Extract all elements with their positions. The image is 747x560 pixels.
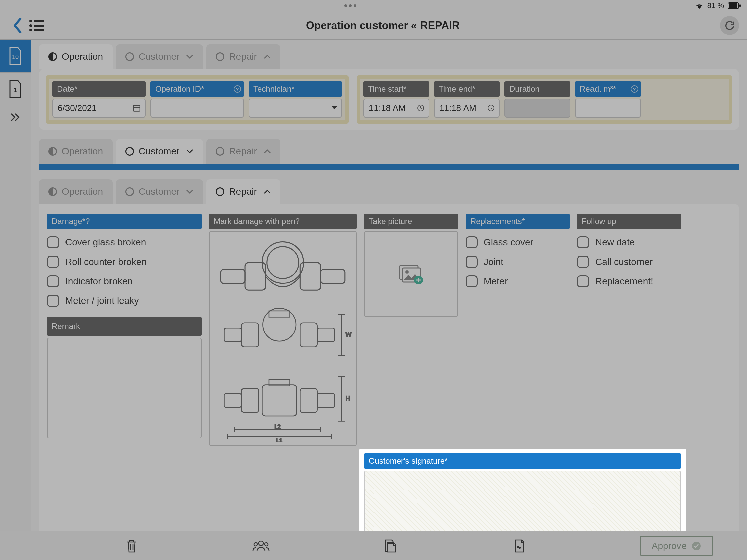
svg-point-42	[265, 542, 268, 546]
svg-rect-20	[224, 328, 241, 342]
tabs-customer-row: Operation Customer Repair	[39, 139, 739, 164]
tabs-operation-row: Operation Customer Repair	[39, 44, 739, 69]
wifi-icon	[695, 2, 704, 9]
tab-repair-collapsed[interactable]: Repair	[206, 44, 280, 69]
label-damage: Damage*?	[47, 214, 202, 229]
svg-point-5	[29, 24, 32, 27]
menu-button[interactable]	[27, 16, 46, 35]
tabs-repair-row: Operation Customer Repair	[39, 179, 739, 204]
svg-rect-25	[269, 311, 290, 317]
damage-option-0[interactable]: Cover glass broken	[47, 236, 202, 248]
tab-repair-2[interactable]: Repair	[206, 139, 280, 164]
repair-panel: Damage*? Cover glass broken Roll counter…	[39, 204, 739, 531]
tab-operation-3[interactable]: Operation	[39, 179, 112, 204]
svg-point-41	[254, 542, 257, 546]
svg-rect-28	[317, 394, 335, 407]
copy-button[interactable]	[326, 538, 455, 553]
trash-icon	[125, 538, 138, 553]
take-picture-button[interactable]	[364, 231, 458, 317]
svg-rect-1	[728, 3, 737, 8]
label-picture: Take picture	[364, 214, 458, 229]
sidebar-item-page1[interactable]: 1	[0, 73, 31, 105]
delete-button[interactable]	[67, 538, 197, 553]
followup-1[interactable]: Call customer	[577, 256, 681, 268]
label-date: Date*	[52, 81, 146, 97]
svg-point-24	[263, 308, 296, 342]
label-tstart: Time start*	[363, 81, 429, 97]
input-date[interactable]: 6/30/2021	[52, 99, 146, 117]
customer-placeholder	[39, 164, 739, 170]
svg-point-38	[405, 270, 409, 274]
input-tend[interactable]: 11:18 AM	[434, 99, 500, 117]
signature-canvas[interactable]	[364, 471, 681, 531]
signature-section: Customer's signature*	[359, 449, 686, 531]
check-circle-icon	[691, 541, 701, 551]
svg-rect-11	[133, 105, 140, 111]
tab-operation-2[interactable]: Operation	[39, 139, 112, 164]
svg-rect-23	[300, 323, 317, 347]
tab-operation[interactable]: Operation	[39, 44, 112, 69]
back-button[interactable]	[8, 16, 27, 35]
tab-customer-3[interactable]: Customer	[116, 179, 203, 204]
svg-text:1: 1	[14, 87, 17, 93]
followup-2[interactable]: Replacement!	[577, 275, 681, 287]
replacement-0[interactable]: Glass cover	[466, 236, 570, 248]
damage-option-2[interactable]: Indicator broken	[47, 275, 202, 287]
svg-rect-14	[221, 270, 245, 283]
share-button[interactable]	[197, 540, 326, 552]
svg-point-19	[267, 247, 299, 278]
input-duration	[505, 99, 570, 117]
svg-rect-4	[33, 20, 44, 22]
damage-option-3[interactable]: Meter / joint leaky	[47, 295, 202, 307]
replacement-2[interactable]: Meter	[466, 275, 570, 287]
input-remark[interactable]	[47, 338, 202, 438]
damage-option-1[interactable]: Roll counter broken	[47, 256, 202, 268]
svg-rect-27	[224, 394, 241, 407]
input-tstart[interactable]: 11:18 AM	[363, 99, 429, 117]
svg-rect-22	[241, 323, 259, 347]
footer-toolbar: Approve	[0, 531, 747, 560]
label-markpen: Mark damage with pen?	[209, 214, 357, 229]
tab-repair-3[interactable]: Repair	[206, 179, 280, 204]
pdf-button[interactable]	[455, 538, 584, 553]
status-bar: 81 %	[0, 0, 747, 11]
input-read[interactable]	[575, 99, 641, 117]
svg-rect-31	[262, 385, 297, 416]
label-read: Read. m³*?	[575, 81, 641, 97]
label-tech: Technician*	[249, 81, 342, 97]
page-title: Operation customer « REPAIR	[46, 19, 720, 31]
svg-rect-15	[321, 270, 345, 283]
followup-0[interactable]: New date	[577, 236, 681, 248]
svg-point-3	[29, 20, 32, 23]
meter-diagram-icon: W H L2 L1	[213, 235, 353, 442]
operation-card: Date* 6/30/2021 Operation ID*? Technicia…	[39, 69, 739, 130]
sidebar-item-page10[interactable]: 10	[0, 39, 31, 73]
battery-icon	[727, 2, 741, 9]
draw-canvas[interactable]: W H L2 L1	[209, 231, 357, 446]
image-plus-icon	[398, 263, 424, 285]
svg-text:L1: L1	[277, 437, 282, 442]
sidebar-expand[interactable]	[0, 105, 31, 129]
label-followup: Follow up	[577, 214, 681, 229]
label-remark: Remark	[47, 317, 202, 336]
refresh-button[interactable]	[720, 16, 739, 35]
input-tech[interactable]	[249, 99, 342, 117]
approve-button[interactable]: Approve	[640, 536, 714, 556]
copy-icon	[384, 538, 397, 553]
svg-text:10: 10	[12, 54, 19, 60]
svg-text:L2: L2	[275, 424, 280, 430]
label-tend: Time end*	[434, 81, 500, 97]
people-icon	[252, 540, 270, 552]
svg-rect-21	[317, 328, 335, 342]
svg-rect-29	[241, 389, 259, 412]
sidebar: 10 1	[0, 39, 31, 531]
tab-customer-collapsed[interactable]: Customer	[116, 44, 203, 69]
tab-customer-2[interactable]: Customer	[116, 139, 203, 164]
navbar: Operation customer « REPAIR	[0, 11, 747, 39]
label-signature: Customer's signature*	[364, 453, 681, 469]
battery-percent: 81 %	[707, 1, 724, 10]
input-opid[interactable]	[151, 99, 244, 117]
label-replacements: Replacements*	[466, 214, 570, 229]
replacement-1[interactable]: Joint	[466, 256, 570, 268]
svg-point-18	[262, 242, 303, 283]
